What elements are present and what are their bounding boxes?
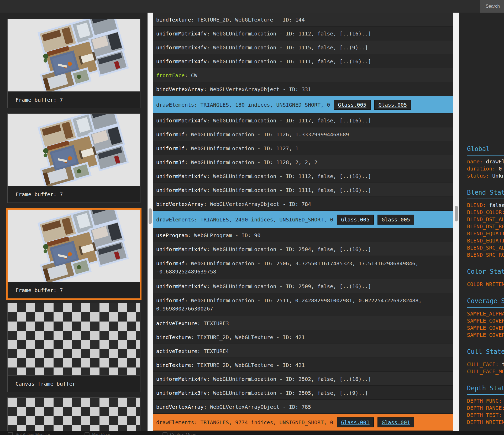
command-row[interactable]: uniformMatrix4fv: WebGLUniformLocation -…	[153, 372, 453, 386]
checkbox-icon[interactable]	[162, 432, 167, 435]
object-link[interactable]: Glass.005	[338, 102, 366, 108]
object-link-badge[interactable]: Glass.001	[337, 417, 374, 427]
spector-webgl-debugger: { "topbar": { "search_label": "Search" }…	[0, 0, 504, 435]
command-args: : WebGLVertexArrayObject - ID: 331	[204, 86, 311, 92]
checkbox-icon[interactable]	[8, 432, 13, 435]
command-name: uniform3f	[156, 260, 185, 267]
state-section-title: Color State	[467, 268, 504, 278]
state-section: Color StateCOLOR_WRITEM	[467, 268, 504, 288]
object-link-badge[interactable]: Glass.001	[377, 417, 414, 427]
command-row[interactable]: uniformMatrix4fv: WebGLUniformLocation -…	[153, 54, 453, 68]
object-link-badge[interactable]: Glass.005	[374, 100, 411, 110]
command-row[interactable]: bindTexture: TEXTURE_2D, WebGLTexture - …	[153, 13, 453, 27]
state-key-value: duration:0	[467, 165, 504, 172]
object-link[interactable]: Glass.005	[341, 216, 369, 223]
state-key-value: BLEND_SRC_RG	[467, 251, 504, 258]
state-key: BLEND_SRC_RG	[467, 252, 504, 258]
state-key-value: SAMPLE_COVER	[467, 324, 504, 332]
object-link[interactable]: Glass.005	[379, 102, 407, 108]
option-label: Pan View	[92, 432, 110, 435]
command-row-drawcall-selected[interactable]: drawElements: TRIANGLES, 9774 indices, U…	[153, 414, 453, 431]
object-link-badge[interactable]: Glass.005	[377, 215, 414, 225]
command-row[interactable]: bindVertexArray: WebGLVertexArrayObject …	[153, 82, 453, 96]
state-key-value: BLEND_COLOR:	[467, 209, 504, 216]
command-row[interactable]: uniformMatrix4fv: WebGLUniformLocation -…	[153, 169, 453, 183]
command-row[interactable]: uniform1f: WebGLUniformLocation - ID: 11…	[153, 141, 453, 155]
command-row-drawcall-selected[interactable]: drawElements: TRIANGLES, 180 indices, UN…	[153, 96, 453, 113]
left-scrollbar-handle[interactable]	[149, 208, 152, 224]
option-toggle-pan-view[interactable]: Pan View	[85, 432, 110, 435]
command-name: drawElements	[156, 419, 194, 426]
command-row[interactable]: uniformMatrix4fv: WebGLUniformLocation -…	[153, 27, 453, 40]
thumbnail-caption: Canvas frame buffer	[8, 375, 140, 392]
state-section: Depth StateDEPTH_FUNC:DEPTH_RANGE:DEPTH_…	[467, 385, 504, 426]
state-section-title: Global	[467, 145, 504, 156]
object-link[interactable]: Glass.001	[341, 419, 369, 426]
top-bar: Search	[0, 0, 504, 13]
framebuffer-thumbnail-selected[interactable]: Frame buffer: 7	[6, 208, 141, 300]
command-args: : WebGLUniformLocation - ID: 1111, false…	[207, 58, 371, 65]
command-row[interactable]: uniformMatrix4fv: WebGLUniformLocation -…	[153, 113, 453, 127]
state-key-value: DEPTH_FUNC:	[467, 397, 504, 405]
command-args: : TEXTURE_2D, WebGLTexture - ID: 421	[191, 334, 304, 340]
command-name: uniformMatrix3fv	[156, 390, 207, 396]
state-key-value: BLEND_EQUATI	[467, 237, 504, 244]
object-link[interactable]: Glass.005	[382, 216, 410, 223]
option-label: Set Active Modifier	[15, 432, 50, 435]
state-key-value: DEPTH_RANGE:	[467, 405, 504, 412]
bottom-options-bar: Set Active ModifierPan ViewContext Menu	[0, 431, 504, 435]
object-link-badge[interactable]: Glass.005	[337, 215, 374, 225]
command-args: : CW	[185, 72, 197, 79]
state-section-title: Cull State	[467, 348, 504, 358]
command-args: : WebGLUniformLocation - ID: 1115, false…	[207, 44, 368, 51]
state-value: t	[502, 361, 504, 367]
state-key: DEPTH_RANGE:	[467, 405, 504, 411]
state-key-value: BLEND_DST_AL	[467, 216, 504, 223]
command-name: bindVertexArray	[156, 86, 204, 92]
command-row[interactable]: useProgram: WebGLProgram - ID: 90	[153, 228, 453, 242]
command-row[interactable]: bindTexture: TEXTURE_2D, WebGLTexture - …	[153, 330, 453, 344]
command-row[interactable]: uniformMatrix4fv: WebGLUniformLocation -…	[153, 242, 453, 256]
object-link[interactable]: Glass.001	[382, 419, 410, 426]
command-row-drawcall-selected[interactable]: drawElements: TRIANGLES, 2490 indices, U…	[153, 211, 453, 228]
command-row[interactable]: bindVertexArray: WebGLVertexArrayObject …	[153, 197, 453, 211]
state-key: BLEND_DST_RG	[467, 223, 504, 230]
checkbox-icon[interactable]	[85, 432, 90, 435]
command-name: uniformMatrix4fv	[156, 246, 207, 252]
object-link-badge[interactable]: Glass.005	[334, 100, 370, 110]
command-row[interactable]: frontFace: CW	[153, 68, 453, 82]
state-section: Globalname:drawElduration:0status:Unkn	[467, 145, 504, 179]
command-row[interactable]: uniform3f: WebGLUniformLocation - ID: 25…	[153, 293, 453, 316]
command-args: : WebGLVertexArrayObject - ID: 785	[204, 404, 311, 410]
command-row[interactable]: activeTexture: TEXTURE3	[153, 316, 453, 330]
command-list-right-scrollbar[interactable]	[453, 13, 459, 431]
command-row[interactable]: bindVertexArray: WebGLVertexArrayObject …	[153, 400, 453, 414]
command-row[interactable]: uniform3f: WebGLUniformLocation - ID: 25…	[153, 256, 453, 279]
command-row[interactable]: uniform1f: WebGLUniformLocation - ID: 11…	[153, 127, 453, 141]
command-row[interactable]: bindTexture: TEXTURE_2D, WebGLTexture - …	[153, 358, 453, 372]
command-args: : TEXTURE_2D, WebGLTexture - ID: 421	[191, 362, 304, 368]
command-name: bindTexture	[156, 17, 191, 23]
command-list-left-scrollbar[interactable]	[148, 13, 153, 431]
command-row[interactable]: uniformMatrix3fv: WebGLUniformLocation -…	[153, 386, 453, 400]
state-key: BLEND:	[467, 202, 486, 208]
command-row[interactable]: uniform3f: WebGLUniformLocation - ID: 11…	[153, 155, 453, 169]
option-toggle-set-active-modifier[interactable]: Set Active Modifier	[8, 432, 50, 435]
command-name: useProgram	[156, 232, 188, 239]
command-list: bindTexture: TEXTURE_2D, WebGLTexture - …	[153, 13, 453, 431]
command-row[interactable]: uniformMatrix3fv: WebGLUniformLocation -…	[153, 40, 453, 54]
framebuffer-thumbnail[interactable]: Canvas frame buffer	[7, 303, 140, 392]
command-row[interactable]: activeTexture: TEXTURE4	[153, 344, 453, 358]
state-key-value: name:drawEl	[467, 158, 504, 165]
search-input[interactable]: Search	[480, 0, 504, 13]
option-toggle-context-menu[interactable]: Context Menu	[162, 432, 196, 435]
framebuffer-thumbnail[interactable]	[7, 397, 140, 431]
framebuffer-thumbnail[interactable]: Frame buffer: 7	[7, 19, 140, 108]
framebuffer-thumbnail[interactable]: Frame buffer: 7	[7, 113, 140, 203]
command-row[interactable]: uniformMatrix4fv: WebGLUniformLocation -…	[153, 183, 453, 197]
command-name: drawElements	[156, 216, 194, 223]
command-row[interactable]: uniformMatrix4fv: WebGLUniformLocation -…	[153, 279, 453, 293]
right-scrollbar-handle[interactable]	[455, 206, 458, 221]
state-key: BLEND_DST_AL	[467, 216, 504, 222]
framebuffer-sidebar: Frame buffer: 7	[0, 13, 148, 431]
